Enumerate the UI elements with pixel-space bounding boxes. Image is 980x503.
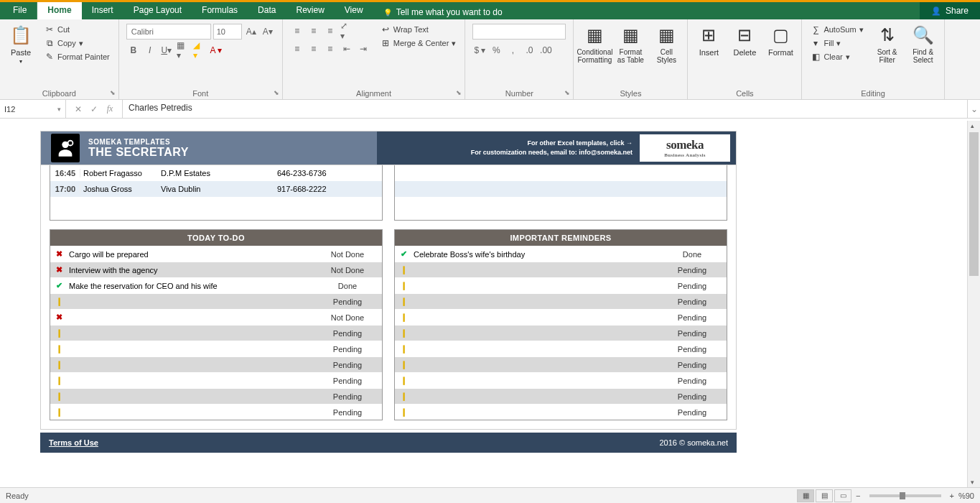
- list-item[interactable]: ✔Make the reservation for CEO and his wi…: [50, 277, 382, 293]
- vertical-scrollbar[interactable]: [967, 121, 980, 487]
- tab-insert[interactable]: Insert: [82, 2, 123, 19]
- align-center-button[interactable]: ≡: [307, 42, 321, 56]
- decrease-font-button[interactable]: A▾: [261, 24, 275, 39]
- list-item[interactable]: ❙Pending: [50, 293, 382, 309]
- merge-center-button[interactable]: ⊞Merge & Center ▾: [379, 37, 458, 49]
- table-row[interactable]: 17:00Joshua GrossViva Dublin917-668-2222: [50, 181, 382, 197]
- percent-format-button[interactable]: %: [489, 43, 503, 57]
- list-item[interactable]: ❙Pending: [50, 404, 382, 420]
- orientation-button[interactable]: ⤢ ▾: [340, 24, 354, 38]
- increase-decimal-button[interactable]: .0: [522, 43, 536, 57]
- zoom-level[interactable]: %90: [958, 492, 974, 500]
- list-item[interactable]: ❙Pending: [395, 341, 727, 356]
- align-top-button[interactable]: ≡: [290, 24, 304, 38]
- list-item[interactable]: ❙Pending: [395, 293, 727, 309]
- paste-button[interactable]: 📋 Paste▾: [4, 22, 37, 66]
- borders-button[interactable]: ▦ ▾: [176, 43, 190, 57]
- list-item[interactable]: ❙Pending: [395, 309, 727, 325]
- list-item[interactable]: ❙Pending: [50, 341, 382, 356]
- cancel-formula-button[interactable]: ✕: [70, 104, 86, 114]
- decrease-indent-button[interactable]: ⇤: [340, 42, 354, 56]
- conditional-formatting-button[interactable]: ▦Conditional Formatting: [578, 22, 611, 65]
- find-select-button[interactable]: 🔍Find & Select: [907, 22, 940, 65]
- comma-format-button[interactable]: ,: [505, 43, 520, 57]
- table-row[interactable]: [395, 181, 727, 197]
- align-middle-button[interactable]: ≡: [307, 24, 321, 38]
- bold-button[interactable]: B: [126, 43, 141, 57]
- wrap-text-button[interactable]: ↩Wrap Text: [379, 24, 458, 35]
- tab-review[interactable]: Review: [286, 2, 334, 19]
- clear-button[interactable]: ◧Clear ▾: [809, 51, 864, 63]
- warning-icon: ❙: [56, 407, 62, 416]
- zoom-thumb[interactable]: [900, 492, 905, 499]
- format-cells-button[interactable]: ▢Format: [764, 22, 797, 58]
- name-box[interactable]: I12: [0, 100, 66, 118]
- list-item[interactable]: ✔Celebrate Boss's wife's birthdayDone: [395, 246, 727, 262]
- list-item[interactable]: ❙Pending: [395, 372, 727, 388]
- table-row[interactable]: [395, 165, 727, 181]
- list-item[interactable]: ❙Pending: [50, 325, 382, 341]
- list-item[interactable]: ❙Pending: [395, 325, 727, 341]
- zoom-out-button[interactable]: −: [856, 492, 860, 500]
- list-item[interactable]: ❙Pending: [50, 388, 382, 404]
- list-item[interactable]: ✖Cargo will be preparedNot Done: [50, 246, 382, 262]
- tab-page-layout[interactable]: Page Layout: [123, 2, 192, 19]
- insert-cells-button[interactable]: ⊞Insert: [692, 22, 725, 58]
- tab-data[interactable]: Data: [248, 2, 286, 19]
- formula-input[interactable]: Charles Petredis: [123, 100, 967, 118]
- list-item[interactable]: ❙Pending: [395, 262, 727, 277]
- sort-filter-button[interactable]: ⇅Sort & Filter: [871, 22, 904, 65]
- font-size-select[interactable]: 10: [213, 24, 242, 40]
- align-right-button[interactable]: ≡: [323, 42, 337, 56]
- align-bottom-button[interactable]: ≡: [323, 24, 337, 38]
- fill-color-button[interactable]: ◢ ▾: [192, 43, 207, 57]
- list-item[interactable]: ❙Pending: [50, 356, 382, 372]
- align-left-button[interactable]: ≡: [290, 42, 304, 56]
- format-painter-button[interactable]: ✎Format Painter: [43, 51, 111, 63]
- share-button[interactable]: Share: [920, 2, 980, 19]
- cut-button[interactable]: ✂Cut: [43, 24, 111, 35]
- zoom-slider[interactable]: [869, 494, 941, 497]
- scrollbar-thumb[interactable]: [969, 132, 979, 276]
- expand-formula-bar[interactable]: ⌄: [967, 100, 980, 118]
- list-item[interactable]: ❙Pending: [395, 404, 727, 420]
- tell-me-search[interactable]: Tell me what you want to do: [373, 2, 513, 19]
- list-item[interactable]: ❙Pending: [50, 372, 382, 388]
- cond-format-icon: ▦: [583, 24, 606, 47]
- italic-button[interactable]: I: [143, 43, 157, 57]
- autosum-button[interactable]: ∑AutoSum ▾: [809, 24, 864, 35]
- insert-function-button[interactable]: fx: [102, 103, 118, 114]
- tab-view[interactable]: View: [335, 2, 373, 19]
- tab-formulas[interactable]: Formulas: [192, 2, 248, 19]
- font-color-button[interactable]: A ▾: [209, 43, 223, 57]
- tab-home[interactable]: Home: [37, 2, 81, 19]
- number-format-select[interactable]: [472, 24, 566, 40]
- format-as-table-button[interactable]: ▦Format as Table: [614, 22, 647, 65]
- table-row[interactable]: 16:45Robert FragassoD.P.M Estates646-233…: [50, 165, 382, 181]
- tab-file[interactable]: File: [3, 2, 37, 19]
- apt-company: D.P.M Estates: [161, 169, 277, 177]
- list-item[interactable]: ✖Interview with the agencyNot Done: [50, 262, 382, 277]
- increase-indent-button[interactable]: ⇥: [356, 42, 370, 56]
- list-item[interactable]: ❙Pending: [395, 356, 727, 372]
- page-layout-view-button[interactable]: ▤: [816, 489, 833, 502]
- worksheet-area[interactable]: SOMEKA TEMPLATES THE SECRETARY For other…: [0, 121, 980, 487]
- zoom-in-button[interactable]: +: [950, 492, 954, 500]
- delete-cells-button[interactable]: ⊟Delete: [728, 22, 761, 58]
- warning-icon: ❙: [56, 392, 62, 400]
- terms-of-use-link[interactable]: Terms of Use: [49, 438, 98, 447]
- accounting-format-button[interactable]: $ ▾: [472, 43, 487, 57]
- list-item[interactable]: ✖Not Done: [50, 309, 382, 325]
- increase-font-button[interactable]: A▴: [244, 24, 258, 39]
- list-item[interactable]: ❙Pending: [395, 277, 727, 293]
- font-name-select[interactable]: Calibri: [126, 24, 211, 40]
- fill-button[interactable]: ▾Fill ▾: [809, 37, 864, 49]
- enter-formula-button[interactable]: ✓: [86, 104, 102, 114]
- cell-styles-button[interactable]: ▦Cell Styles: [650, 22, 683, 65]
- normal-view-button[interactable]: ▦: [797, 489, 814, 502]
- list-item[interactable]: ❙Pending: [395, 388, 727, 404]
- underline-button[interactable]: U ▾: [159, 43, 174, 57]
- decrease-decimal-button[interactable]: .00: [538, 43, 553, 57]
- page-break-view-button[interactable]: ▭: [834, 489, 851, 502]
- copy-button[interactable]: ⧉Copy ▾: [43, 37, 111, 49]
